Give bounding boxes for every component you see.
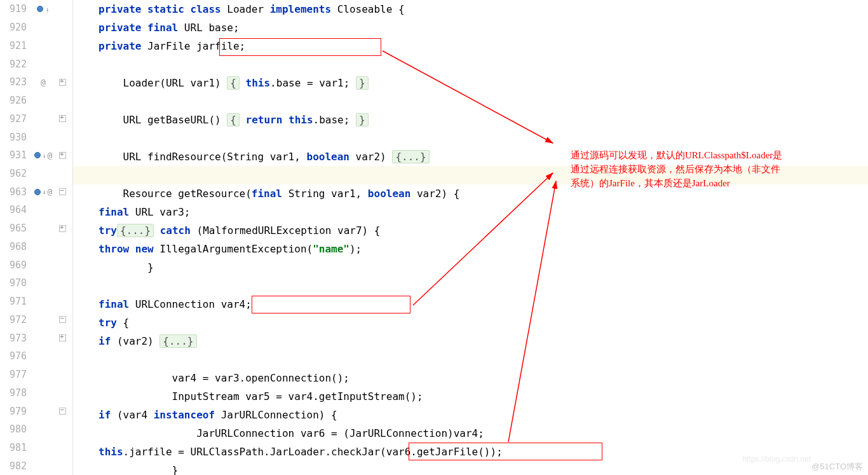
gutter-row: 965 — [0, 219, 72, 238]
fold-column — [56, 316, 69, 323]
gutter-row: 977 — [0, 366, 72, 384]
gutter: 919↓920921922923@926927930931↓@962963↓@9… — [0, 0, 73, 475]
code-line[interactable] — [73, 129, 868, 148]
fold-column — [56, 408, 69, 415]
code-line[interactable]: if (var2) {...} — [73, 332, 868, 350]
gutter-row: 921 — [0, 36, 72, 55]
line-number: 919 — [0, 3, 31, 15]
fold-expand-icon[interactable] — [59, 334, 66, 341]
code-line[interactable]: final URLConnection var4; — [73, 295, 868, 313]
gutter-row: 930 — [0, 128, 72, 146]
gutter-row: 919↓ — [0, 0, 72, 18]
code-line[interactable]: try {...} catch (MalformedURLException v… — [73, 221, 868, 240]
line-number: 971 — [0, 296, 31, 307]
code-editor: 919↓920921922923@926927930931↓@962963↓@9… — [0, 0, 868, 475]
gutter-row: 969 — [0, 256, 72, 274]
line-number: 968 — [0, 241, 31, 252]
gutter-marker: ↓@ — [31, 187, 56, 196]
line-number: 930 — [0, 132, 31, 143]
gutter-row: 927 — [0, 109, 72, 128]
code-line[interactable]: InputStream var5 = var4.getInputStream()… — [73, 387, 868, 406]
line-number: 920 — [0, 22, 31, 33]
code-line[interactable]: private final URL base; — [73, 18, 868, 37]
gutter-marker: @ — [31, 78, 56, 87]
code-line[interactable]: JarURLConnection var6 = (JarURLConnectio… — [73, 424, 868, 443]
line-number: 927 — [0, 113, 31, 125]
line-number: 922 — [0, 59, 31, 70]
code-line[interactable]: Loader(URL var1) { this.base = var1; } — [73, 74, 868, 92]
line-number: 979 — [0, 406, 31, 417]
line-number: 976 — [0, 350, 31, 362]
code-line[interactable]: final URL var3; — [73, 203, 868, 221]
line-number: 980 — [0, 423, 31, 435]
fold-expand-icon[interactable] — [59, 152, 66, 159]
code-line[interactable]: URL getBaseURL() { return this.base; } — [73, 111, 868, 129]
gutter-row: 922 — [0, 55, 72, 73]
gutter-row: 962 — [0, 165, 72, 183]
gutter-row: 963↓@ — [0, 182, 72, 201]
gutter-row: 923@ — [0, 73, 72, 92]
gutter-row: 972 — [0, 310, 72, 329]
override-icon[interactable] — [34, 152, 41, 158]
gutter-row: 920 — [0, 18, 72, 37]
code-area[interactable]: private static class Loader implements C… — [73, 0, 868, 475]
gutter-row: 980 — [0, 420, 72, 439]
gutter-row: 973 — [0, 329, 72, 347]
code-line[interactable]: try { — [73, 313, 868, 332]
fold-column — [56, 225, 69, 232]
code-line[interactable] — [73, 277, 868, 295]
line-number: 969 — [0, 259, 31, 271]
line-number: 962 — [0, 168, 31, 179]
gutter-row: 971 — [0, 293, 72, 311]
gutter-row: 981 — [0, 439, 72, 457]
fold-collapse-icon[interactable] — [59, 408, 66, 415]
fold-expand-icon[interactable] — [59, 115, 66, 122]
line-number: 931 — [0, 149, 31, 161]
line-number: 972 — [0, 314, 31, 326]
line-number: 977 — [0, 369, 31, 380]
fold-collapse-icon[interactable] — [59, 316, 66, 323]
gutter-row: 968 — [0, 238, 72, 256]
gutter-row: 964 — [0, 201, 72, 219]
gutter-marker: ↓ — [31, 6, 56, 13]
override-icon[interactable] — [34, 189, 41, 195]
code-line[interactable]: var4 = var3.openConnection(); — [73, 369, 868, 387]
line-number: 965 — [0, 223, 31, 234]
gutter-marker: ↓@ — [31, 151, 56, 160]
code-line[interactable] — [73, 92, 868, 111]
code-line[interactable]: } — [73, 258, 868, 277]
annotation-text: 通过源码可以发现，默认的URLClasspath$Loader是 通过远程连接获… — [571, 149, 782, 190]
code-line[interactable]: throw new IllegalArgumentException("name… — [73, 240, 868, 258]
code-line[interactable]: if (var4 instanceof JarURLConnection) { — [73, 406, 868, 424]
gutter-row: 926 — [0, 92, 72, 110]
code-line[interactable] — [73, 350, 868, 369]
gutter-row: 982 — [0, 457, 72, 475]
fold-collapse-icon[interactable] — [59, 188, 66, 195]
line-number: 926 — [0, 95, 31, 106]
gutter-row: 979 — [0, 402, 72, 420]
line-number: 921 — [0, 40, 31, 52]
watermark: @51CTO博客 — [811, 461, 863, 472]
gutter-row: 931↓@ — [0, 146, 72, 165]
gutter-row: 976 — [0, 347, 72, 366]
line-number: 973 — [0, 333, 31, 344]
fold-column — [56, 115, 69, 122]
fold-expand-icon[interactable] — [59, 225, 66, 232]
line-number: 982 — [0, 460, 31, 472]
code-line[interactable]: private static class Loader implements C… — [73, 0, 868, 18]
gutter-row: 970 — [0, 274, 72, 293]
line-number: 923 — [0, 76, 31, 88]
fold-column — [56, 152, 69, 159]
fold-column — [56, 334, 69, 341]
code-line[interactable] — [73, 55, 868, 74]
line-number: 963 — [0, 186, 31, 198]
line-number: 978 — [0, 387, 31, 399]
line-number: 964 — [0, 204, 31, 216]
code-line[interactable]: private JarFile jarfile; — [73, 37, 868, 55]
fold-column — [56, 188, 69, 195]
line-number: 970 — [0, 277, 31, 289]
watermark-url: https://blog.csdn.net — [743, 455, 811, 464]
fold-expand-icon[interactable] — [59, 79, 66, 86]
override-icon[interactable] — [37, 6, 43, 12]
gutter-row: 978 — [0, 383, 72, 402]
